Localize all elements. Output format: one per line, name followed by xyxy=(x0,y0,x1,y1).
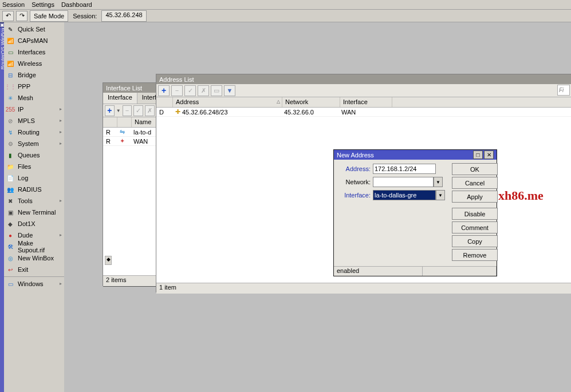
menu-dashboard[interactable]: Dashboard xyxy=(61,1,92,8)
sidebar-item-radius[interactable]: 👥RADIUS xyxy=(4,184,64,195)
name-cell: la-to-d xyxy=(131,128,156,136)
sidebar-icon: ⊘ xyxy=(6,117,14,125)
dialog-titlebar[interactable]: New Address □ ✕ xyxy=(334,150,497,160)
address-header: Address△NetworkInterface xyxy=(156,97,571,108)
sidebar-icon: ▣ xyxy=(6,208,14,216)
submenu-arrow-icon: ▸ xyxy=(60,141,62,146)
sidebar-item-dot1x[interactable]: ◆Dot1X xyxy=(4,218,64,229)
flag-cell: R xyxy=(103,137,117,145)
sidebar-item-system[interactable]: ⚙System▸ xyxy=(4,138,64,149)
sidebar-icon: ● xyxy=(6,231,14,239)
enable-button[interactable]: ✓ xyxy=(133,105,143,116)
sidebar-label: New Terminal xyxy=(18,209,56,216)
find-input[interactable]: Fi xyxy=(557,85,570,96)
interface-tabs: Interface Interfa xyxy=(103,93,156,104)
submenu-arrow-icon: ▸ xyxy=(60,198,62,203)
interface-dropdown-icon[interactable]: ▼ xyxy=(436,190,445,200)
table-row[interactable]: R⇋la-to-d xyxy=(103,128,156,137)
sidebar-item-interfaces[interactable]: ▭Interfaces xyxy=(4,46,64,58)
menubar: Session Settings Dashboard xyxy=(0,0,571,10)
tab-interface[interactable]: Interface xyxy=(103,93,137,104)
sidebar-item-mpls[interactable]: ⊘MPLS▸ xyxy=(4,115,64,126)
enable-button[interactable]: ✓ xyxy=(184,85,196,96)
sidebar-item-wireless[interactable]: 📶Wireless xyxy=(4,58,64,69)
sidebar-icon: 📶 xyxy=(6,37,14,45)
disable-button[interactable]: ✗ xyxy=(198,85,209,96)
sidebar-item-make-supout-rif[interactable]: 🛠Make Supout.rif xyxy=(4,241,64,252)
sidebar-item-windows[interactable]: ▭Windows▸ xyxy=(4,278,64,290)
main-area: ▣ RouterOS WinBox ✎Quick Set📶CAPsMAN▭Int… xyxy=(0,22,571,392)
ok-button[interactable]: OK xyxy=(452,163,498,175)
session-label: Session: xyxy=(70,13,99,19)
sidebar-item-capsman[interactable]: 📶CAPsMAN xyxy=(4,35,64,46)
detach-icon[interactable]: □ xyxy=(473,151,483,159)
sidebar-item-tools[interactable]: ✖Tools▸ xyxy=(4,195,64,207)
sidebar-icon: ↩ xyxy=(6,266,14,274)
col-flag[interactable] xyxy=(156,97,173,107)
sidebar-item-log[interactable]: 📄Log xyxy=(4,172,64,184)
sidebar-label: Log xyxy=(18,175,28,181)
col-address[interactable]: Address△ xyxy=(173,97,282,107)
table-row[interactable]: R✦WAN xyxy=(103,137,156,146)
table-row[interactable]: D✚ 45.32.66.248/2345.32.66.0WAN xyxy=(156,108,571,117)
sidebar-item-routing[interactable]: ↯Routing▸ xyxy=(4,126,64,138)
comment-button[interactable]: Comment xyxy=(452,221,498,233)
sidebar-item-ppp[interactable]: ⋮⋮PPP xyxy=(4,81,64,92)
copy-button[interactable]: Copy xyxy=(452,235,498,247)
filter-icon[interactable]: ▼ xyxy=(224,85,235,96)
name-cell: WAN xyxy=(131,137,156,145)
dialog-status: enabled xyxy=(334,266,497,276)
sidebar-label: Routing xyxy=(18,129,40,136)
menu-settings[interactable]: Settings xyxy=(31,1,54,8)
new-address-dialog: New Address □ ✕ Address: Network: xyxy=(333,149,497,276)
col-name[interactable]: Name xyxy=(132,117,156,127)
sidebar-label: Interfaces xyxy=(18,49,45,56)
remove-button[interactable]: − xyxy=(171,85,183,96)
col-interface[interactable]: Interface xyxy=(340,97,392,107)
network-dropdown-icon[interactable]: ▼ xyxy=(434,177,443,187)
sidebar-item-new-terminal[interactable]: ▣New Terminal xyxy=(4,207,64,218)
interface-select[interactable]: la-to-dallas-gre xyxy=(373,190,436,200)
sidebar-label: PPP xyxy=(18,83,30,90)
sidebar-icon: 🛠 xyxy=(6,243,14,251)
sidebar-label: Windows xyxy=(18,280,44,287)
add-button[interactable]: + xyxy=(105,105,115,116)
sidebar-icon: ✳ xyxy=(6,94,14,102)
col-network[interactable]: Network xyxy=(282,97,340,107)
sidebar-label: Mesh xyxy=(18,94,33,101)
redo-icon[interactable]: ↷ xyxy=(16,11,27,21)
sidebar-item-mesh[interactable]: ✳Mesh xyxy=(4,92,64,104)
remove-button[interactable]: − xyxy=(123,105,132,116)
interface-list-title[interactable]: Interface List xyxy=(103,83,156,93)
network-cell: 45.32.66.0 xyxy=(281,108,338,116)
add-button[interactable]: + xyxy=(158,85,170,96)
sidebar-item-files[interactable]: 📁Files xyxy=(4,161,64,172)
disable-button[interactable]: ✗ xyxy=(145,105,155,116)
safe-mode-button[interactable]: Safe Mode xyxy=(30,10,68,22)
sidebar-label: Quick Set xyxy=(18,26,45,33)
disable-button[interactable]: Disable xyxy=(452,208,498,220)
address-toolbar: + − ✓ ✗ ▭ ▼ Fi xyxy=(156,84,571,97)
remove-button[interactable]: Remove xyxy=(452,249,498,261)
sidebar-icon: ✎ xyxy=(6,25,14,33)
comment-button[interactable]: ▭ xyxy=(211,85,222,96)
undo-icon[interactable]: ↶ xyxy=(2,11,14,21)
sidebar-label: MPLS xyxy=(18,117,35,124)
address-list-title[interactable]: Address List xyxy=(156,74,571,84)
sidebar-item-ip[interactable]: 255IP▸ xyxy=(4,104,64,115)
sidebar-icon: 📄 xyxy=(6,174,14,182)
sidebar-item-quick-set[interactable]: ✎Quick Set xyxy=(4,23,64,35)
network-input[interactable] xyxy=(373,177,434,187)
sidebar-item-bridge[interactable]: ⊟Bridge xyxy=(4,69,64,81)
apply-button[interactable]: Apply xyxy=(452,191,498,203)
scroll-left-icon[interactable]: ◆ xyxy=(105,256,112,265)
address-input[interactable] xyxy=(373,164,436,174)
cancel-button[interactable]: Cancel xyxy=(452,177,498,189)
sidebar-item-dude[interactable]: ●Dude▸ xyxy=(4,229,64,241)
watermark: xh86.me xyxy=(498,188,544,203)
sidebar-item-new-winbox[interactable]: ◎New WinBox xyxy=(4,252,64,264)
sidebar-item-exit[interactable]: ↩Exit xyxy=(4,264,64,275)
sidebar-item-queues[interactable]: ▮Queues xyxy=(4,149,64,161)
close-icon[interactable]: ✕ xyxy=(484,151,494,159)
menu-session[interactable]: Session xyxy=(2,1,25,8)
